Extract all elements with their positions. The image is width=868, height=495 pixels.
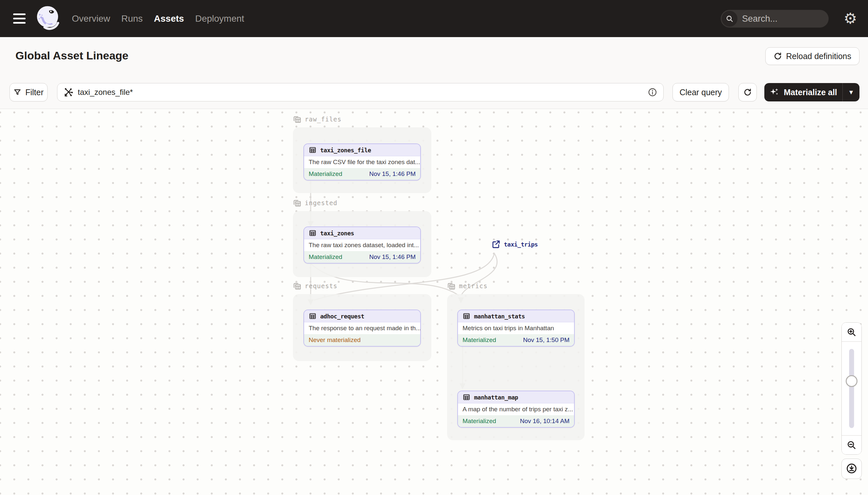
asset-selection-input[interactable]: [57, 83, 663, 101]
nav-item-runs[interactable]: Runs: [121, 14, 143, 24]
table-icon: [309, 312, 317, 320]
asset-status: Materialized: [463, 337, 496, 344]
dagster-app: Overview Runs Assets Deployment / ⚙ Glob…: [0, 0, 868, 495]
zoom-out-button[interactable]: [842, 435, 862, 454]
asset-description: Metrics on taxi trips in Manhattan: [458, 322, 574, 334]
asset-status: Materialized: [309, 170, 342, 177]
asset-name: manhattan_map: [474, 394, 518, 401]
lineage-canvas[interactable]: raw_files ingested requests m: [0, 109, 868, 495]
download-circle-icon: [846, 463, 857, 474]
zoom-in-icon: [847, 327, 856, 337]
zoom-out-icon: [847, 440, 856, 450]
page-chrome: Global Asset Lineage Reload definitions …: [0, 37, 868, 109]
asset-status: Materialized: [463, 417, 496, 425]
clear-query-button[interactable]: Clear query: [672, 83, 729, 101]
refresh-graph-button[interactable]: [739, 83, 757, 101]
zoom-slider-track[interactable]: [849, 349, 854, 428]
materialize-all-button[interactable]: Materialize all: [764, 83, 843, 101]
asset-query-input[interactable]: [78, 88, 643, 97]
settings-gear-icon[interactable]: ⚙: [842, 9, 859, 28]
table-icon: [463, 312, 471, 320]
group-tables-icon: [293, 115, 301, 123]
top-nav-bar: Overview Runs Assets Deployment / ⚙: [0, 0, 868, 37]
materialize-all-split-button: Materialize all ▾: [764, 83, 860, 101]
zoom-in-button[interactable]: [842, 323, 862, 342]
asset-description: The raw taxi zones dataset, loaded int..…: [304, 239, 420, 251]
materialize-options-caret[interactable]: ▾: [843, 83, 860, 101]
zoom-slider-thumb[interactable]: [846, 375, 857, 387]
group-tables-icon: [293, 281, 301, 290]
asset-name: taxi_zones: [320, 230, 354, 237]
group-label-raw-files[interactable]: raw_files: [293, 115, 341, 123]
filter-button[interactable]: Filter: [10, 83, 48, 101]
dagster-logo[interactable]: [33, 4, 64, 34]
group-tables-icon: [293, 199, 301, 207]
refresh-icon: [743, 88, 752, 97]
primary-nav: Overview Runs Assets Deployment: [72, 0, 244, 37]
nav-item-deployment[interactable]: Deployment: [195, 14, 244, 24]
asset-description: The raw CSV file for the taxi zones dat.…: [304, 156, 420, 168]
search-icon: [722, 11, 738, 27]
lineage-toolbar: Filter Clear query: [0, 83, 868, 101]
asset-status: Materialized: [309, 253, 342, 261]
external-link-icon: [491, 240, 501, 249]
global-search[interactable]: /: [721, 10, 829, 28]
asset-description: The response to an request made in th...: [304, 322, 420, 334]
asset-node-taxi-zones[interactable]: taxi_zones The raw taxi zones dataset, l…: [303, 226, 421, 263]
asset-timestamp[interactable]: Nov 15, 1:46 PM: [369, 170, 415, 177]
page-title: Global Asset Lineage: [15, 49, 129, 62]
table-icon: [309, 229, 317, 237]
group-label-requests[interactable]: requests: [293, 281, 338, 290]
search-input[interactable]: [738, 14, 829, 24]
table-icon: [309, 146, 317, 154]
asset-timestamp[interactable]: Nov 15, 1:46 PM: [369, 253, 415, 261]
asset-node-taxi-zones-file[interactable]: taxi_zones_file The raw CSV file for the…: [303, 143, 421, 181]
asset-timestamp[interactable]: Nov 16, 10:14 AM: [520, 417, 569, 425]
external-asset-taxi-trips[interactable]: taxi_trips: [491, 240, 538, 249]
zoom-control-stack: [842, 322, 862, 455]
asset-name: taxi_zones_file: [320, 147, 371, 154]
asset-node-manhattan-stats[interactable]: manhattan_stats Metrics on taxi trips in…: [457, 309, 575, 347]
reload-icon: [774, 52, 782, 61]
download-view-button[interactable]: [842, 459, 862, 479]
group-label-ingested[interactable]: ingested: [293, 199, 338, 207]
asset-description: A map of the number of trips per taxi z.…: [458, 404, 574, 415]
nav-item-overview[interactable]: Overview: [72, 14, 110, 24]
group-tables-icon: [447, 281, 456, 290]
asset-node-adhoc-request[interactable]: adhoc_request The response to an request…: [303, 309, 421, 347]
asset-timestamp[interactable]: Nov 15, 1:50 PM: [523, 337, 569, 344]
zoom-slider[interactable]: [842, 342, 862, 435]
reload-definitions-button[interactable]: Reload definitions: [765, 47, 860, 65]
nav-item-assets[interactable]: Assets: [154, 14, 184, 24]
asset-node-manhattan-map[interactable]: manhattan_map A map of the number of tri…: [457, 391, 575, 428]
query-info-icon[interactable]: [648, 87, 657, 97]
table-icon: [463, 393, 471, 401]
lineage-edges: [0, 109, 868, 495]
funnel-icon: [14, 88, 21, 96]
group-label-metrics[interactable]: metrics: [447, 281, 488, 290]
sparkles-icon: [769, 87, 779, 97]
asset-status: Never materialized: [309, 337, 360, 344]
asset-name: manhattan_stats: [474, 313, 525, 320]
asset-name: adhoc_request: [320, 313, 364, 320]
hamburger-menu-icon[interactable]: [13, 12, 27, 25]
asset-selection-icon: [63, 87, 73, 97]
